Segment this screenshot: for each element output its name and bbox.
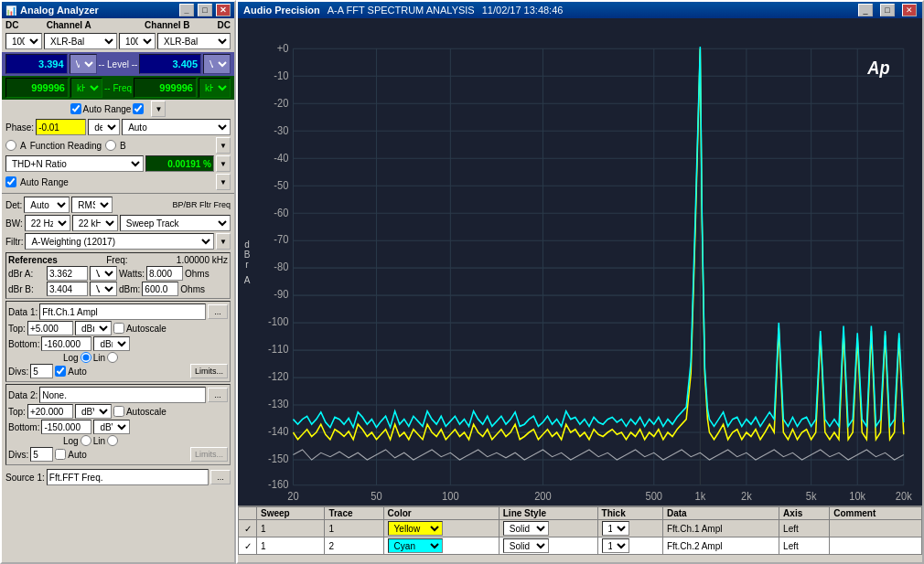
dbr-b-unit-select[interactable]: V <box>90 282 117 296</box>
phase-mode-select[interactable]: Auto <box>122 119 231 135</box>
row2-color-select[interactable]: Cyan <box>388 538 443 553</box>
ap-spectrum-panel: Audio Precision A-A FFT SPECTRUM ANALYSI… <box>236 0 924 564</box>
bw-val1-select[interactable]: 22 Hz <box>25 215 70 231</box>
autoscale2-check[interactable] <box>113 406 124 417</box>
auto-range2-check[interactable] <box>5 176 16 187</box>
range-b-select[interactable]: 100I <box>119 33 156 49</box>
limits-btn[interactable]: Limits... <box>190 364 228 378</box>
filtr-row: Filtr: A-Weighting (12017) ▼ <box>2 232 234 250</box>
col-header-comment: Comment <box>830 507 922 520</box>
data2-value-input[interactable] <box>39 387 206 403</box>
source-value-input[interactable] <box>47 469 209 485</box>
divs2-value-input[interactable] <box>30 447 53 462</box>
auto-check[interactable] <box>55 366 66 377</box>
bottom-unit-select[interactable]: dBr A <box>93 336 130 351</box>
bw-val2-select[interactable]: 22 kHz <box>72 215 118 231</box>
bottom2-value-input[interactable] <box>41 420 91 434</box>
level-left-unit[interactable]: V <box>70 54 97 74</box>
row1-color-select[interactable]: Yellow <box>388 521 443 536</box>
thdn-dropdown[interactable]: ▼ <box>216 155 231 172</box>
row2-thick[interactable]: 1 <box>597 537 662 555</box>
sweep-track-select[interactable]: Sweep Track <box>120 215 231 231</box>
log-radio[interactable] <box>81 352 91 363</box>
radio-a[interactable] <box>5 140 16 151</box>
auto-range-b-check[interactable] <box>133 103 144 114</box>
divs2-label: Divs: <box>8 450 28 460</box>
close-button[interactable]: ✕ <box>216 4 231 16</box>
func-dropdown[interactable]: ▼ <box>216 137 231 154</box>
maximize-button[interactable]: □ <box>198 4 212 16</box>
dbr-b-value[interactable] <box>47 282 88 296</box>
ap-minimize-btn[interactable]: _ <box>858 4 873 16</box>
data1-value-input[interactable] <box>39 303 206 320</box>
data1-browse-btn[interactable]: ... <box>208 304 228 319</box>
freq-right-unit[interactable]: kHz <box>199 78 231 98</box>
autoscale-check[interactable] <box>113 323 124 334</box>
dbr-a-value[interactable] <box>47 266 88 281</box>
function-reading-row: A Function Reading B ▼ <box>2 136 234 154</box>
top2-unit-select[interactable]: dBV <box>75 404 112 419</box>
autoscale2-label: Autoscale <box>126 407 167 417</box>
phase-value[interactable]: -0.01 <box>36 119 86 135</box>
svg-text:50: 50 <box>371 490 382 503</box>
filtr-label: Filtr: <box>5 237 23 247</box>
row2-check[interactable]: ✓ <box>239 537 257 555</box>
row1-axis: Left <box>779 520 830 537</box>
row2-thick-select[interactable]: 1 <box>602 538 629 553</box>
dbm-value[interactable] <box>142 282 178 296</box>
auto2-check[interactable] <box>55 449 66 460</box>
divs-value-input[interactable] <box>30 364 53 378</box>
col-header-data: Data <box>662 507 779 520</box>
source-browse-btn[interactable]: ... <box>210 470 231 484</box>
col-header-color: Color <box>383 507 499 520</box>
limits2-btn[interactable]: Limits... <box>190 447 228 462</box>
lin-radio[interactable] <box>107 352 118 363</box>
top-unit-select[interactable]: dBr A <box>75 321 112 335</box>
row2-comment <box>830 537 922 555</box>
row2-linestyle[interactable]: Solid <box>499 537 597 555</box>
auto-range-dropdown[interactable]: ▼ <box>151 101 166 117</box>
filtr-dropdown[interactable]: ▼ <box>216 233 231 250</box>
bottom2-unit-select[interactable]: dBV <box>93 420 130 434</box>
top-value-input[interactable] <box>27 321 73 335</box>
row1-thick[interactable]: 1 <box>597 520 662 537</box>
auto-range-a-check[interactable] <box>70 103 81 114</box>
ap-close-btn[interactable]: ✕ <box>902 4 917 16</box>
top2-value-input[interactable] <box>27 404 73 419</box>
range-a-select[interactable]: 100I <box>5 33 42 49</box>
dbr-a-unit-select[interactable]: V <box>90 266 117 281</box>
log2-radio[interactable] <box>81 435 91 446</box>
dbm-unit: Ohms <box>180 284 205 294</box>
filtr-value-select[interactable]: A-Weighting (12017) <box>25 233 214 250</box>
row2-color[interactable]: Cyan <box>383 537 499 555</box>
ap-maximize-btn[interactable]: □ <box>880 4 895 16</box>
freq-left-unit[interactable]: kHz <box>70 78 102 98</box>
row1-check[interactable]: ✓ <box>239 520 257 537</box>
svg-text:-160: -160 <box>268 478 289 491</box>
det-value-select[interactable]: Auto <box>24 197 70 213</box>
svg-text:-140: -140 <box>268 425 289 438</box>
radio-b[interactable] <box>105 140 116 151</box>
minimize-button[interactable]: _ <box>179 4 194 16</box>
row1-linestyle-select[interactable]: Solid <box>503 521 549 536</box>
row1-color[interactable]: Yellow <box>383 520 499 537</box>
row1-thick-select[interactable]: 1 <box>602 521 629 536</box>
level-right-unit[interactable]: V <box>203 54 231 74</box>
phase-row: Phase: -0.01 deg Auto <box>2 118 234 136</box>
row1-linestyle[interactable]: Solid <box>499 520 597 537</box>
thdn-select[interactable]: THD+N Ratio <box>5 155 144 172</box>
row1-sweep: 1 <box>257 520 325 537</box>
thdn-value: 0.00191 % <box>145 155 214 172</box>
col-header-thick: Thick <box>597 507 662 520</box>
input-a-select[interactable]: XLR-Bal <box>44 33 117 49</box>
lin2-radio[interactable] <box>107 435 118 446</box>
watts-value[interactable] <box>146 266 183 281</box>
svg-text:-50: -50 <box>274 178 289 191</box>
data2-browse-btn[interactable]: ... <box>208 388 228 402</box>
auto-range2-dropdown[interactable]: ▼ <box>216 174 231 190</box>
bottom-value-input[interactable] <box>41 336 91 351</box>
row2-linestyle-select[interactable]: Solid <box>503 538 549 553</box>
phase-unit-select[interactable]: deg <box>88 119 120 135</box>
det-rms-select[interactable]: RMS <box>71 197 113 213</box>
input-b-select[interactable]: XLR-Bal <box>157 33 231 49</box>
